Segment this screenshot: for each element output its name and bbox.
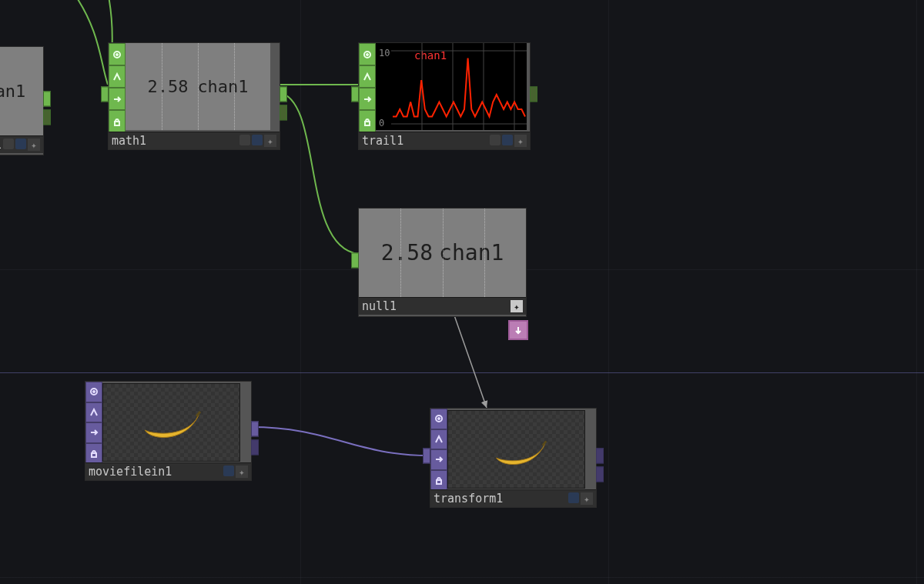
channel-value: 2.58: [381, 240, 433, 265]
svg-rect-3: [115, 122, 119, 125]
svg-point-14: [93, 391, 95, 393]
node-moviefilein1[interactable]: moviefilein1 ✦: [85, 381, 252, 481]
node-flags[interactable]: ✦: [568, 492, 593, 505]
top-viewer: [102, 383, 240, 462]
node-flags[interactable]: ✦: [239, 135, 276, 147]
viewer-active-icon[interactable]: [359, 43, 376, 65]
svg-rect-6: [365, 122, 370, 125]
node-left-buttons[interactable]: [109, 43, 126, 132]
bypass-icon[interactable]: [430, 429, 447, 450]
display-flag-icon[interactable]: ✦: [511, 300, 523, 312]
bypass-icon[interactable]: [109, 65, 126, 88]
node-name: moviefilein1: [89, 465, 223, 479]
svg-point-5: [367, 53, 369, 55]
node-left-buttons[interactable]: [85, 382, 102, 463]
viewer-active-icon[interactable]: [109, 43, 126, 65]
family-separator-line: [0, 372, 924, 373]
viewer-active-icon[interactable]: [85, 382, 102, 402]
trail-chart: 10 0 chan1: [376, 43, 527, 130]
node-trail1[interactable]: 10 0 chan1 trail1 ✦: [358, 42, 531, 150]
svg-point-17: [438, 418, 440, 420]
node-math1[interactable]: 2.58 chan1 math1 ✦: [108, 42, 280, 150]
channel-label: an1: [0, 82, 25, 101]
node-left-buttons[interactable]: [359, 43, 376, 132]
lock-icon[interactable]: [85, 443, 102, 464]
arrow-right-icon[interactable]: [85, 422, 102, 443]
node-partial-chop[interactable]: an1 an1 ✦: [0, 46, 44, 155]
lock-icon[interactable]: [359, 110, 376, 132]
viewer-active-icon[interactable]: [430, 409, 447, 429]
arrow-right-icon[interactable]: [430, 449, 447, 470]
node-name: null1: [362, 299, 511, 313]
svg-rect-15: [92, 453, 96, 457]
lock-icon[interactable]: [430, 470, 447, 491]
svg-point-2: [116, 53, 119, 55]
arrow-right-icon[interactable]: [109, 88, 126, 110]
export-arrow-icon[interactable]: [508, 320, 528, 340]
top-viewer: [447, 410, 585, 489]
node-name: math1: [112, 134, 239, 148]
node-flags[interactable]: ✦: [511, 300, 523, 312]
banana-icon: [133, 399, 210, 446]
svg-rect-18: [437, 480, 441, 484]
node-flags[interactable]: ✦: [3, 138, 40, 151]
arrow-right-icon[interactable]: [359, 88, 376, 110]
channel-value: 2.58: [147, 77, 188, 96]
node-name: transform1: [434, 492, 568, 506]
node-left-buttons[interactable]: [430, 409, 447, 490]
node-null1[interactable]: 2.58 chan1 null1 ✦: [358, 208, 527, 317]
node-transform1[interactable]: transform1 ✦: [430, 408, 597, 508]
node-flags[interactable]: ✦: [490, 135, 527, 147]
svg-line-0: [454, 315, 487, 408]
bypass-icon[interactable]: [85, 402, 102, 423]
lock-icon[interactable]: [109, 110, 126, 132]
banana-icon: [478, 426, 555, 472]
node-flags[interactable]: ✦: [223, 466, 248, 478]
bypass-icon[interactable]: [359, 65, 376, 88]
node-name: trail1: [362, 134, 490, 148]
channel-name: chan1: [197, 77, 248, 96]
channel-name: chan1: [439, 240, 504, 265]
